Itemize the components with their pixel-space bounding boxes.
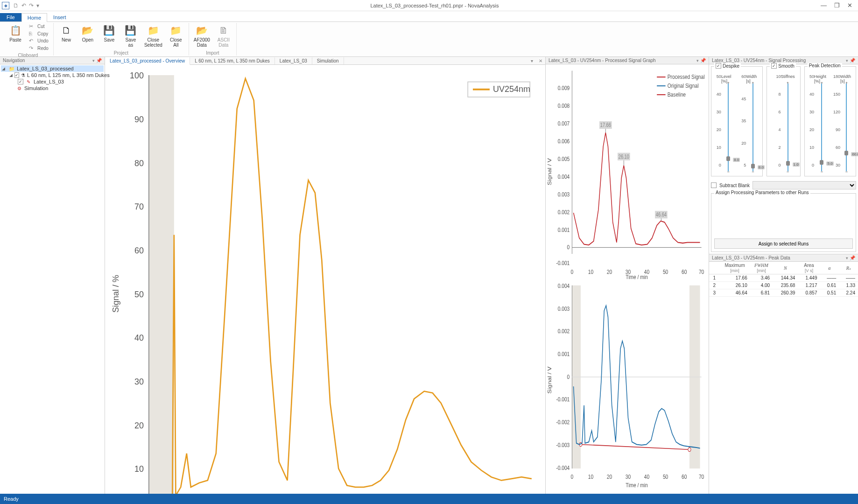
open-button[interactable]: 📂Open [78, 23, 98, 43]
af2000-icon: 📂 [195, 24, 208, 37]
svg-text:0: 0 [567, 373, 570, 380]
navigation-tree: ◢ 📁 Latex_LS_03_processed ◢ ✓ ⚗ L 60 nm,… [0, 64, 105, 92]
undo-icon: ↶ [29, 38, 35, 44]
svg-text:20: 20 [134, 421, 144, 430]
svg-text:50: 50 [663, 473, 668, 480]
assign-group: Assign Processing Parameters to other Ru… [711, 193, 856, 252]
svg-text:80: 80 [134, 159, 144, 168]
qat-redo-icon[interactable]: ↷ [29, 2, 34, 9]
close-selected-icon: 📁 [147, 24, 160, 37]
tab-overview[interactable]: Latex_LS_03_processed - Overview [105, 57, 190, 65]
copy-icon: ⎘ [29, 31, 35, 36]
original-chart[interactable]: 0.004 0.003 0.002 0.001 0 -0.001 -0.002 … [546, 279, 709, 494]
svg-text:10: 10 [588, 473, 594, 480]
close-all-button[interactable]: 📁Close All [166, 23, 186, 49]
navigation-title: Navigation [3, 58, 25, 63]
svg-text:70: 70 [699, 268, 704, 276]
tab-file[interactable]: File [0, 13, 21, 21]
cut-icon: ✂ [29, 23, 35, 29]
qat-new-icon[interactable]: 🗋 [13, 2, 19, 9]
checkbox[interactable]: ✓ [18, 79, 23, 84]
tree-toggle-icon[interactable]: ◢ [9, 73, 13, 77]
table-row[interactable]: 226.104.00235.681.2170.611.33 [709, 282, 858, 289]
save-as-button[interactable]: 💾Save as [121, 23, 141, 49]
svg-text:0.004: 0.004 [558, 173, 570, 180]
processed-chart[interactable]: 0 0.001 0.002 0.003 0.004 0.005 0.006 0.… [546, 64, 709, 279]
ascii-button[interactable]: 🗎ASCII Data [214, 23, 233, 49]
qat-undo-icon[interactable]: ↶ [21, 2, 26, 9]
new-button[interactable]: 🗋New [56, 23, 76, 43]
width-slider-1[interactable]: +8.0− [749, 81, 757, 174]
tab-dropdown-icon[interactable]: ▾ [528, 58, 536, 63]
status-text: Ready [4, 496, 19, 502]
dropdown-icon[interactable]: ▾ [846, 256, 848, 260]
undo-button[interactable]: ↶Undo [27, 37, 50, 44]
subtract-checkbox[interactable] [711, 182, 717, 188]
subtract-select[interactable] [753, 181, 856, 189]
peak-data-panel: Latex_LS_03 - UV254nm - Peak Data ▾ 📌 Ma… [709, 254, 858, 297]
run-icon: ✎ [25, 79, 32, 84]
svg-text:0.007: 0.007 [558, 120, 570, 127]
tab-close-icon[interactable]: ✕ [536, 58, 545, 63]
smooth-checkbox[interactable]: ✓ [771, 63, 777, 69]
table-row[interactable]: 117.663.46144.341.449———— [709, 274, 858, 282]
checkbox[interactable]: ✓ [14, 72, 19, 78]
svg-text:30: 30 [134, 377, 144, 386]
svg-text:Processed Signal: Processed Signal [668, 73, 705, 81]
svg-text:0.001: 0.001 [558, 226, 570, 233]
tab-dukes[interactable]: L 60 nm, L 125 nm, L 350 nm Dukes [190, 57, 275, 64]
svg-text:0: 0 [567, 244, 570, 251]
tab-home[interactable]: Home [21, 13, 47, 22]
svg-text:0: 0 [571, 268, 574, 276]
stiffness-slider[interactable]: +1.0− [784, 81, 792, 174]
workspace: Navigation ▾ 📌 ◢ 📁 Latex_LS_03_processed… [0, 57, 858, 494]
panel-close-icon[interactable]: 📌 [96, 58, 102, 63]
close-selected-button[interactable]: 📁Close Selected [142, 23, 164, 49]
overview-tabs: Latex_LS_03_processed - Overview L 60 nm… [105, 57, 545, 65]
maximize-button[interactable]: ❐ [834, 2, 840, 9]
dropdown-icon[interactable]: ▾ [846, 58, 848, 63]
cut-button[interactable]: ✂Cut [27, 23, 50, 30]
assign-button[interactable]: Assign to selected Runs [714, 238, 853, 249]
level-slider[interactable]: +8.0− [724, 81, 732, 174]
close-button[interactable]: ✕ [847, 2, 852, 9]
svg-text:10: 10 [588, 268, 594, 276]
tree-child-2[interactable]: ✓ ✎ Latex_LS_03 [1, 78, 104, 85]
svg-point-89 [688, 448, 691, 451]
redo-icon: ↷ [29, 45, 35, 51]
tree-child-1[interactable]: ◢ ✓ ⚗ L 60 nm, L 125 nm, L 350 nm Dukes [1, 72, 104, 78]
pin-icon[interactable]: ▾ [92, 58, 95, 63]
tab-insert[interactable]: Insert [47, 13, 72, 21]
flask-icon: ⚗ [21, 72, 25, 78]
tree-child-3[interactable]: ◢ ⚙ Simulation [1, 85, 104, 91]
tree-toggle-icon[interactable]: ◢ [2, 66, 7, 71]
svg-text:20: 20 [607, 268, 612, 276]
pin-icon[interactable]: 📌 [850, 58, 855, 63]
paste-button[interactable]: 📋 Paste [6, 23, 25, 43]
pin-icon[interactable]: 📌 [850, 255, 855, 260]
width-slider-2[interactable]: +60.0− [843, 81, 850, 174]
overview-chart[interactable]: 0 10 20 30 40 50 60 70 80 90 100 0 10 20 [105, 65, 545, 504]
dropdown-icon[interactable]: ▾ [696, 58, 699, 63]
table-row[interactable]: 346.646.81260.390.8570.512.24 [709, 289, 858, 297]
svg-text:90: 90 [134, 115, 144, 124]
save-button[interactable]: 💾Save [99, 23, 119, 43]
svg-text:70: 70 [699, 473, 704, 480]
af2000-button[interactable]: 📂AF2000 Data [192, 23, 212, 49]
tab-simulation[interactable]: Simulation [312, 57, 344, 64]
despike-checkbox[interactable]: ✓ [716, 63, 721, 69]
svg-text:46.64: 46.64 [656, 211, 667, 218]
pin-icon[interactable]: 📌 [700, 58, 706, 63]
peak-data-title: Latex_LS_03 - UV254nm - Peak Data [712, 255, 790, 260]
ribbon: 📋 Paste ✂Cut ⎘Copy ↶Undo ↷Redo Clipboard… [0, 21, 858, 57]
svg-text:-0.001: -0.001 [556, 259, 570, 267]
redo-button[interactable]: ↷Redo [27, 45, 50, 52]
tree-root[interactable]: ◢ 📁 Latex_LS_03_processed [1, 65, 104, 72]
copy-button[interactable]: ⎘Copy [27, 30, 50, 37]
qat-dropdown-icon[interactable]: ▾ [36, 2, 39, 9]
minimize-button[interactable]: — [821, 2, 827, 9]
height-slider[interactable]: +5.0− [818, 81, 825, 174]
far-right-column: Latex_LS_03 - UV254nm - Signal Processin… [709, 57, 858, 494]
tab-latex[interactable]: Latex_LS_03 [275, 57, 312, 64]
processed-title: Latex_LS_03 - UV254nm - Processed Signal… [549, 58, 656, 63]
